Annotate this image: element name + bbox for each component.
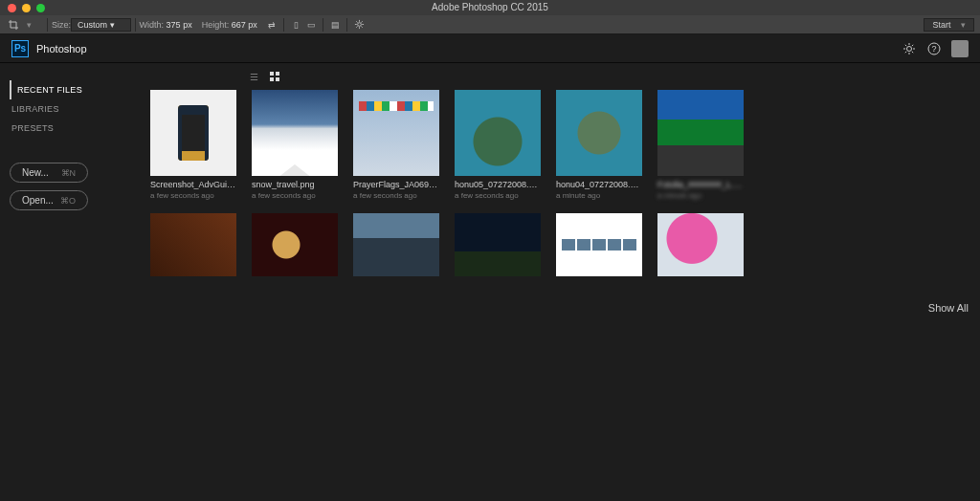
file-name: snow_travel.png bbox=[252, 180, 338, 189]
window-controls bbox=[8, 4, 45, 12]
file-thumbnail bbox=[556, 213, 642, 276]
file-time: a few seconds ago bbox=[455, 191, 541, 200]
file-card[interactable]: Screenshot_AdvGuide_iPho... a few second… bbox=[150, 90, 236, 200]
file-thumbnail bbox=[455, 90, 541, 176]
svg-rect-6 bbox=[270, 77, 274, 81]
app-header: Ps Photoshop ? bbox=[0, 34, 980, 63]
svg-point-0 bbox=[357, 23, 361, 27]
size-label: Size: bbox=[52, 20, 71, 30]
artboard-icon[interactable]: ▤ bbox=[327, 18, 343, 32]
file-card[interactable]: honu04_07272008.JPG a minute ago bbox=[556, 90, 642, 200]
titlebar: Adobe Photoshop CC 2015 bbox=[0, 0, 980, 15]
file-card[interactable] bbox=[455, 213, 541, 276]
file-name: Screenshot_AdvGuide_iPho... bbox=[150, 180, 236, 189]
photoshop-logo-icon: Ps bbox=[11, 40, 29, 57]
file-thumbnail bbox=[657, 90, 744, 176]
minimize-window-button[interactable] bbox=[22, 4, 31, 12]
svg-rect-7 bbox=[276, 77, 279, 81]
file-time: a few seconds ago bbox=[150, 191, 236, 200]
open-button[interactable]: Open...⌘O bbox=[10, 190, 88, 210]
sidebar-item-recent-files[interactable]: RECENT FILES bbox=[10, 80, 141, 99]
close-window-button[interactable] bbox=[8, 4, 16, 12]
file-time: a few seconds ago bbox=[353, 191, 439, 200]
orientation-portrait-icon[interactable]: ▯ bbox=[288, 18, 303, 32]
swap-icon[interactable]: ⇄ bbox=[264, 18, 279, 32]
file-time: a few seconds ago bbox=[252, 191, 338, 200]
file-thumbnail bbox=[353, 213, 439, 276]
svg-point-1 bbox=[907, 46, 912, 51]
file-time: a minute ago bbox=[556, 191, 642, 200]
sidebar: RECENT FILESLIBRARIESPRESETS New...⌘N Op… bbox=[0, 63, 150, 501]
file-thumbnail bbox=[150, 90, 236, 176]
file-name: honu04_07272008.JPG bbox=[556, 180, 642, 189]
file-card[interactable]: PrayerFlags_JA0692.jpg a few seconds ago bbox=[353, 90, 439, 200]
size-dropdown[interactable]: Custom ▾ bbox=[71, 18, 131, 32]
file-thumbnail bbox=[353, 90, 439, 176]
new-button[interactable]: New...⌘N bbox=[10, 163, 88, 183]
file-name: honu05_07272008.JPG bbox=[455, 180, 541, 189]
file-thumbnail bbox=[252, 213, 338, 276]
file-thumbnail bbox=[252, 90, 338, 176]
list-view-icon[interactable]: ☰ bbox=[248, 71, 259, 82]
file-time: a minute ago bbox=[657, 191, 744, 200]
file-name: Fotolia_#######_L.jpg bbox=[657, 180, 744, 189]
file-thumbnail bbox=[455, 213, 541, 276]
height-label: Height: bbox=[202, 20, 230, 30]
width-value[interactable]: 375 bbox=[167, 20, 181, 30]
svg-rect-5 bbox=[276, 72, 279, 76]
width-label: Width: bbox=[140, 20, 165, 30]
content-area: ☰ Screenshot_AdvGuide_iPho... a few seco… bbox=[150, 63, 980, 501]
file-thumbnail bbox=[556, 90, 642, 176]
options-bar: ▾ Size: Custom ▾ Width: 375 px Height: 6… bbox=[0, 15, 980, 34]
file-card[interactable] bbox=[657, 213, 744, 276]
settings-icon[interactable] bbox=[902, 41, 917, 56]
grid-view-icon[interactable] bbox=[269, 71, 280, 82]
help-icon[interactable]: ? bbox=[926, 41, 942, 56]
svg-text:?: ? bbox=[931, 44, 936, 54]
file-card[interactable] bbox=[556, 213, 642, 276]
user-avatar[interactable] bbox=[951, 40, 969, 57]
show-all-link[interactable]: Show All bbox=[928, 302, 969, 314]
orientation-landscape-icon[interactable]: ▭ bbox=[303, 18, 319, 32]
sidebar-item-presets[interactable]: PRESETS bbox=[10, 119, 141, 138]
maximize-window-button[interactable] bbox=[36, 4, 45, 12]
file-card[interactable]: Fotolia_#######_L.jpg a minute ago bbox=[657, 90, 744, 200]
svg-rect-4 bbox=[270, 72, 274, 76]
file-thumbnail bbox=[657, 213, 744, 276]
file-card[interactable] bbox=[252, 213, 338, 276]
file-card[interactable]: snow_travel.png a few seconds ago bbox=[252, 90, 338, 200]
start-workspace-button[interactable]: Start ▾ bbox=[924, 18, 974, 32]
height-value[interactable]: 667 bbox=[232, 20, 246, 30]
file-card[interactable] bbox=[353, 213, 439, 276]
file-thumbnail bbox=[150, 213, 236, 276]
app-name: Photoshop bbox=[36, 43, 87, 54]
gear-icon[interactable] bbox=[351, 18, 367, 32]
file-card[interactable] bbox=[150, 213, 236, 276]
file-name: PrayerFlags_JA0692.jpg bbox=[353, 180, 439, 189]
sidebar-item-libraries[interactable]: LIBRARIES bbox=[10, 99, 141, 119]
chevron-down-icon[interactable]: ▾ bbox=[27, 20, 32, 30]
file-card[interactable]: honu05_07272008.JPG a few seconds ago bbox=[455, 90, 541, 200]
crop-tool-icon[interactable] bbox=[6, 18, 21, 32]
window-title: Adobe Photoshop CC 2015 bbox=[432, 2, 548, 12]
